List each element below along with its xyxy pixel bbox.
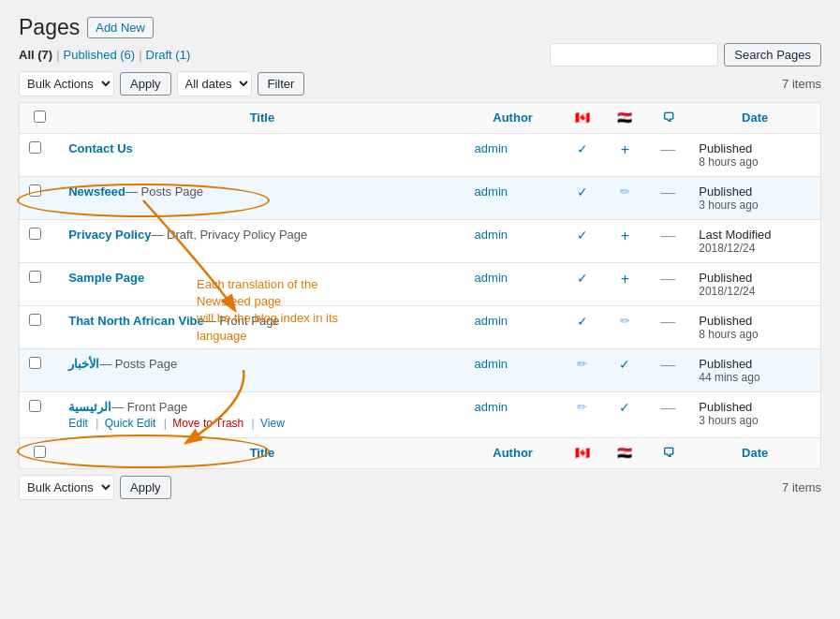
header-flag-ca: 🇨🇦: [561, 103, 604, 134]
tablenav-left-top: Bulk Actions Apply All dates Filter: [19, 71, 304, 96]
row-checkbox-cell[interactable]: [20, 220, 60, 263]
edit-icon: ✏: [620, 184, 630, 199]
header-date[interactable]: Date: [689, 103, 820, 134]
row-checkbox-cell[interactable]: [20, 134, 60, 177]
row-comment-cell: —: [646, 220, 689, 263]
items-count-top: 7 items: [782, 77, 821, 91]
row-title-link[interactable]: Contact Us: [68, 141, 133, 155]
author-link[interactable]: admin: [475, 400, 508, 414]
search-pages-button[interactable]: Search Pages: [724, 43, 821, 66]
search-wrap: Search Pages: [550, 43, 821, 66]
row-checkbox[interactable]: [29, 184, 41, 197]
trash-link[interactable]: Move to Trash: [172, 417, 243, 430]
apply-button-top[interactable]: Apply: [120, 72, 171, 96]
comment-icon-footer: 🗨: [662, 446, 674, 460]
select-all-checkbox-bottom[interactable]: [34, 446, 46, 458]
row-author-cell: admin: [465, 134, 561, 177]
row-checkbox[interactable]: [29, 228, 41, 240]
header-comment: 🗨: [646, 103, 689, 134]
select-all-checkbox-top[interactable]: [34, 111, 46, 123]
filter-all-link[interactable]: All (7): [19, 48, 52, 62]
table-header-row: Title Author 🇨🇦 🇪🇬 🗨 Date: [20, 103, 821, 134]
row-date-cell: Published 8 hours ago: [689, 134, 820, 177]
row-title-cell: Newsfeed— Posts Page: [59, 177, 464, 220]
row-date-cell: Published 2018/12/24: [689, 263, 820, 306]
row-author-cell: admin: [465, 263, 561, 306]
row-author-cell: admin: [465, 177, 561, 220]
footer-title[interactable]: Title: [59, 438, 464, 469]
footer-date[interactable]: Date: [689, 438, 820, 469]
filter-draft-link[interactable]: Draft (1): [146, 48, 191, 62]
author-link[interactable]: admin: [475, 314, 508, 328]
dash-icon: —: [660, 271, 675, 287]
date-status: Published: [699, 184, 811, 199]
table-row: Sample Page admin ✓ + — Published 2018/1…: [20, 263, 821, 306]
check-icon: ✓: [577, 184, 588, 199]
dash-icon: —: [660, 228, 675, 243]
row-flag1-cell: ✓: [561, 177, 604, 220]
author-link[interactable]: admin: [475, 271, 508, 285]
row-date-cell: Published 44 mins ago: [689, 349, 820, 392]
search-input[interactable]: [550, 43, 718, 66]
row-title-link[interactable]: Newsfeed: [68, 184, 125, 199]
footer-comment: 🗨: [646, 438, 689, 469]
row-checkbox[interactable]: [29, 271, 41, 283]
add-new-button[interactable]: Add New: [87, 17, 154, 38]
view-link[interactable]: View: [260, 417, 285, 430]
row-checkbox[interactable]: [29, 400, 41, 412]
row-flag1-cell: ✓: [561, 220, 604, 263]
apply-button-bottom[interactable]: Apply: [120, 476, 171, 499]
row-checkbox-cell[interactable]: [20, 177, 60, 220]
header-checkbox[interactable]: [20, 103, 60, 134]
quick-edit-link[interactable]: Quick Edit: [105, 417, 156, 430]
row-title-link[interactable]: Sample Page: [68, 271, 144, 285]
filter-button-top[interactable]: Filter: [258, 72, 305, 96]
date-filter-select-top[interactable]: All dates: [177, 71, 252, 96]
row-title-link[interactable]: الرئيسية: [68, 400, 111, 414]
row-title-cell: Privacy Policy— Draft, Privacy Policy Pa…: [59, 220, 464, 263]
row-flag2-cell: ✏: [603, 306, 646, 349]
row-subtitle: — Posts Page: [99, 357, 177, 371]
row-checkbox[interactable]: [29, 141, 41, 154]
row-checkbox-cell[interactable]: [20, 349, 60, 392]
bulk-actions-select-bottom[interactable]: Bulk Actions: [19, 475, 114, 500]
date-time: 3 hours ago: [699, 199, 811, 212]
row-checkbox[interactable]: [29, 357, 41, 369]
plus-icon: +: [621, 228, 629, 243]
row-checkbox-cell[interactable]: [20, 263, 60, 306]
dash-icon: —: [660, 141, 675, 157]
row-flag2-cell: ✏: [603, 177, 646, 220]
dash-icon: —: [660, 184, 675, 200]
row-title-link[interactable]: Privacy Policy: [68, 228, 151, 242]
bulk-actions-select-top[interactable]: Bulk Actions: [19, 71, 114, 96]
check-icon: ✓: [619, 357, 630, 372]
flag-ca-icon-footer: 🇨🇦: [575, 446, 590, 460]
dash-icon: —: [660, 400, 675, 416]
filter-published-link[interactable]: Published (6): [64, 48, 136, 62]
row-title-cell: Contact Us: [59, 134, 464, 177]
row-flag2-cell: ✓: [603, 349, 646, 392]
row-title-link[interactable]: That North African Vibe: [68, 314, 203, 328]
date-time: 2018/12/24: [699, 285, 811, 298]
row-checkbox-cell[interactable]: [20, 306, 60, 349]
tablenav-left-bottom: Bulk Actions Apply: [19, 475, 171, 500]
header-title[interactable]: Title: [59, 103, 464, 134]
edit-link[interactable]: Edit: [68, 417, 88, 430]
flag-ca-icon: 🇨🇦: [575, 111, 590, 125]
author-link[interactable]: admin: [475, 184, 508, 199]
row-comment-cell: —: [646, 392, 689, 438]
table-row: الأخبار— Posts Page admin ✏ ✓ — Publishe…: [20, 349, 821, 392]
row-checkbox-cell[interactable]: [20, 392, 60, 438]
edit-icon: ✏: [620, 314, 630, 328]
row-title-link[interactable]: الأخبار: [68, 357, 99, 371]
footer-checkbox[interactable]: [20, 438, 60, 469]
row-date-cell: Published 8 hours ago: [689, 306, 820, 349]
author-link[interactable]: admin: [475, 357, 508, 371]
header-author: Author: [465, 103, 561, 134]
tablenav-top: Bulk Actions Apply All dates Filter 7 it…: [19, 71, 821, 96]
author-link[interactable]: admin: [475, 141, 508, 155]
author-link[interactable]: admin: [475, 228, 508, 242]
row-checkbox[interactable]: [29, 314, 41, 326]
footer-flag-ca: 🇨🇦: [561, 438, 604, 469]
row-title-cell: That North African Vibe— Front Page: [59, 306, 464, 349]
